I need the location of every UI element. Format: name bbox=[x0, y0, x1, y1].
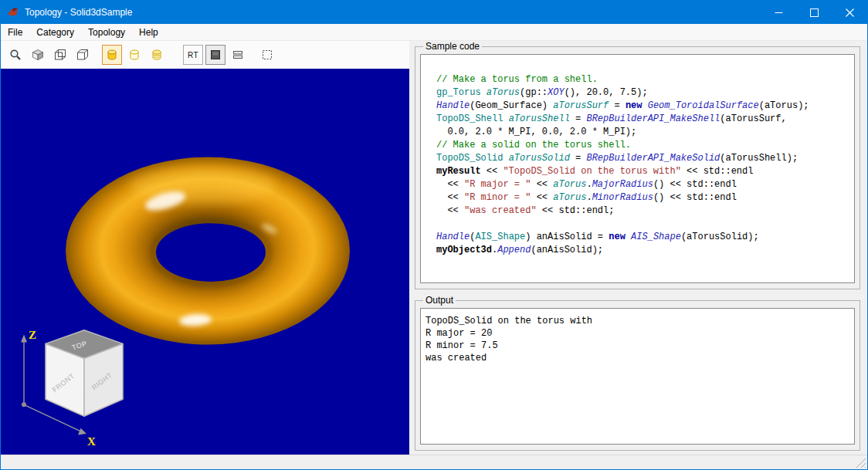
title-bar: Topology - Solid3dSample bbox=[1, 1, 867, 24]
viewer-column: RT bbox=[1, 41, 409, 455]
main-content: RT bbox=[1, 41, 867, 455]
code-line: Handle(Geom_Surface) aTorusSurf = new Ge… bbox=[436, 100, 848, 113]
code-block[interactable]: // Make a torus from a shell.gp_Torus aT… bbox=[420, 54, 855, 283]
output-title: Output bbox=[423, 295, 456, 306]
outline-box-icon bbox=[76, 49, 89, 61]
code-line: TopoDS_Shell aTorusShell = BRepBuilderAP… bbox=[436, 113, 848, 126]
x-axis-label: X bbox=[87, 435, 96, 448]
axonometric-cube-icon bbox=[32, 49, 44, 61]
app-window: Topology - Solid3dSample File Category T… bbox=[0, 0, 868, 470]
menu-topology[interactable]: Topology bbox=[81, 24, 132, 40]
code-panel: Sample code // Make a torus from a shell… bbox=[409, 41, 867, 455]
menu-category[interactable]: Category bbox=[29, 24, 81, 40]
wireframe-view-button[interactable] bbox=[50, 45, 70, 65]
app-icon bbox=[7, 6, 19, 19]
toolbar: RT bbox=[1, 41, 409, 69]
code-line: 0.0, 2.0 * M_PI, 0.0, 2.0 * M_PI); bbox=[436, 126, 848, 139]
minimize-button[interactable] bbox=[761, 1, 796, 24]
viewport-scene: Z X TOP FRONT RIGHT bbox=[1, 69, 409, 455]
viewport-3d[interactable]: Z X TOP FRONT RIGHT bbox=[1, 69, 409, 455]
z-axis-arrow bbox=[21, 335, 27, 343]
minimize-icon bbox=[775, 8, 783, 17]
close-icon bbox=[846, 8, 854, 17]
code-line: << "R minor = " << aTorus.MinorRadius() … bbox=[436, 191, 848, 205]
zoom-button[interactable] bbox=[5, 45, 25, 65]
hlr-mode-button[interactable] bbox=[147, 45, 167, 65]
menu-bar: File Category Topology Help bbox=[1, 24, 867, 41]
origin-point bbox=[22, 402, 26, 407]
output-line: R minor = 7.5 bbox=[426, 340, 849, 352]
output-line: R major = 20 bbox=[426, 327, 849, 340]
code-line: << "R major = " << aTorus.MajorRadius() … bbox=[436, 178, 848, 191]
status-bar bbox=[1, 455, 867, 469]
zoom-icon bbox=[9, 49, 22, 61]
hlr-cylinder-icon bbox=[151, 49, 163, 61]
code-line: gp_Torus aTorus(gp::XOY(), 20.0, 7.5); bbox=[436, 86, 848, 100]
sample-code-group: Sample code // Make a torus from a shell… bbox=[415, 41, 860, 289]
shaded-view-button[interactable] bbox=[73, 45, 93, 65]
stacked-bars-icon bbox=[232, 49, 244, 61]
dark-square-icon bbox=[209, 49, 222, 61]
wireframe-cylinder-icon bbox=[128, 49, 141, 61]
ray-trace-button[interactable]: RT bbox=[183, 45, 203, 65]
window-controls bbox=[761, 1, 867, 24]
close-button[interactable] bbox=[832, 1, 867, 24]
output-line: was created bbox=[426, 352, 849, 364]
zoom-window-button[interactable] bbox=[257, 45, 277, 65]
code-line bbox=[436, 218, 848, 231]
shaded-cylinder-icon bbox=[106, 49, 118, 61]
menu-file[interactable]: File bbox=[1, 24, 29, 40]
ray-trace-label: RT bbox=[188, 51, 198, 59]
output-group: Output TopoDS_Solid on the torus withR m… bbox=[415, 295, 860, 451]
output-block[interactable]: TopoDS_Solid on the torus withR major = … bbox=[420, 308, 855, 445]
wireframe-box-icon bbox=[54, 49, 66, 61]
shading-mode-button[interactable] bbox=[102, 45, 122, 65]
code-line: << "was created" << std::endl; bbox=[436, 205, 848, 218]
menu-help[interactable]: Help bbox=[132, 24, 165, 40]
code-line: // Make a torus from a shell. bbox=[436, 73, 848, 86]
maximize-button[interactable] bbox=[796, 1, 832, 24]
window-title: Topology - Solid3dSample bbox=[25, 7, 132, 18]
z-axis-label: Z bbox=[29, 329, 36, 341]
torus-solid[interactable] bbox=[66, 157, 350, 345]
axonometric-view-button[interactable] bbox=[28, 45, 48, 65]
code-line: // Make a solid on the torus shell. bbox=[436, 139, 848, 152]
wireframe-mode-button[interactable] bbox=[124, 45, 144, 65]
output-line: TopoDS_Solid on the torus with bbox=[426, 315, 849, 327]
layers-button[interactable] bbox=[228, 45, 248, 65]
sample-code-title: Sample code bbox=[423, 41, 482, 52]
code-line: Handle(AIS_Shape) anAisSolid = new AIS_S… bbox=[436, 231, 848, 244]
shadows-toggle-button[interactable] bbox=[205, 45, 225, 65]
rubber-band-icon bbox=[261, 49, 273, 61]
code-line: TopoDS_Solid aTorusSolid = BRepBuilderAP… bbox=[436, 152, 848, 165]
maximize-icon bbox=[810, 8, 819, 17]
x-axis-arrow bbox=[78, 428, 86, 435]
code-line: myObject3d.Append(anAisSolid); bbox=[436, 244, 848, 257]
resize-grip[interactable] bbox=[855, 457, 866, 468]
code-line: myResult << "TopoDS_Solid on the torus w… bbox=[436, 165, 848, 178]
